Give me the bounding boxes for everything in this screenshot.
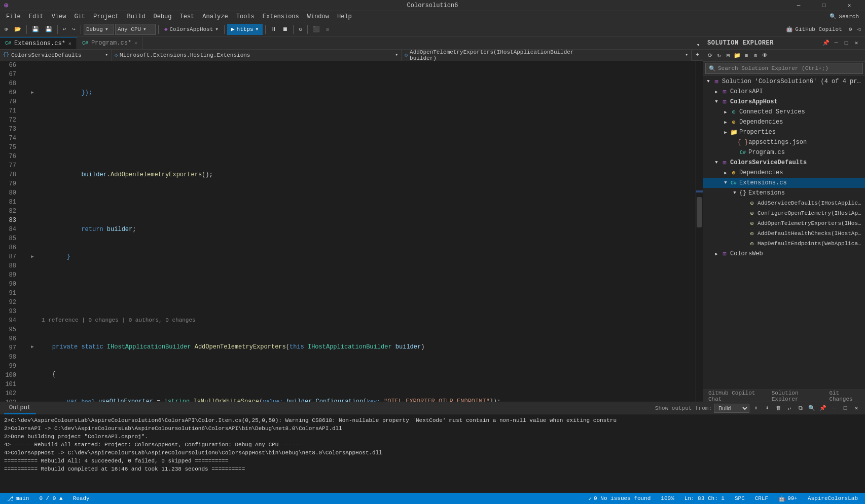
- copilot-extra-btn[interactable]: ◁: [854, 24, 863, 35]
- menu-test[interactable]: Test: [176, 11, 199, 22]
- code-line-76[interactable]: ▶ private static IHostApplicationBuilder…: [27, 342, 696, 352]
- git-branch-item[interactable]: ⎇ main: [4, 493, 32, 504]
- tab-solution-explorer[interactable]: Solution Explorer: [767, 390, 824, 402]
- se-filter-btn[interactable]: ⚙: [751, 51, 760, 60]
- code-line-66[interactable]: ▶ });: [27, 88, 696, 97]
- output-wrap-btn[interactable]: ↵: [785, 404, 794, 413]
- float-se-btn[interactable]: □: [842, 38, 851, 48]
- scroll-thumb[interactable]: [697, 197, 702, 227]
- se-folder-btn[interactable]: 📁: [733, 51, 742, 60]
- line-ending-item[interactable]: CRLF: [752, 493, 771, 504]
- tab-program-cs[interactable]: C# Program.cs* ✕: [77, 37, 143, 49]
- expand-arrow-ext-ns[interactable]: ▼: [731, 188, 739, 198]
- search-button[interactable]: 🔍 GitHub Copilot Search: [825, 13, 863, 20]
- tree-item-extensions-ns[interactable]: ▼ {} Extensions: [703, 188, 865, 198]
- output-copy-btn[interactable]: ⧉: [796, 404, 805, 413]
- tree-item-connected-services[interactable]: ▶ ⊙ Connected Services: [703, 107, 865, 117]
- scope-dropdown[interactable]: {} ColorsServiceDefaults ▾: [0, 50, 112, 61]
- tree-item-dependencies-csd[interactable]: ▶ ⊛ Dependencies: [703, 168, 865, 178]
- tab-extensions-cs[interactable]: C# Extensions.cs* ✕: [0, 37, 77, 49]
- tree-item-colorsweb[interactable]: ▶ ⊞ ColorsWeb: [703, 249, 865, 259]
- se-collapse-btn[interactable]: ⊟: [724, 51, 733, 60]
- start-project-selector[interactable]: ◆ ColorsAppHost ▾: [161, 26, 222, 32]
- tree-item-addotelexporters[interactable]: ⊙ AddOpenTelemetryExporters(IHostApplica…: [703, 218, 865, 228]
- se-tree[interactable]: ▼ ⊞ Solution 'ColorsSolution6' (4 of 4 p…: [703, 75, 865, 390]
- tree-item-colorsapi[interactable]: ▶ ⊞ ColorsAPI: [703, 87, 865, 97]
- save-btn[interactable]: 💾: [29, 24, 42, 35]
- menu-help[interactable]: Help: [333, 11, 356, 22]
- output-pin-btn[interactable]: 📌: [818, 404, 827, 413]
- tree-item-dependencies-apphost[interactable]: ▶ ⊛ Dependencies: [703, 117, 865, 127]
- project-name-item[interactable]: AspireColorsLab: [805, 493, 861, 504]
- no-issues-item[interactable]: ✓ 0 No issues found: [585, 493, 654, 504]
- code-line-77[interactable]: {: [27, 370, 696, 379]
- redo-btn[interactable]: ↪: [69, 24, 78, 35]
- code-line-67[interactable]: [27, 115, 696, 125]
- toolbar-misc-4[interactable]: ⬛: [310, 24, 322, 35]
- add-nav-btn[interactable]: +: [692, 50, 703, 61]
- se-preview-btn[interactable]: 👁: [760, 51, 769, 60]
- toolbar-misc-5[interactable]: ≡: [323, 24, 332, 35]
- output-find-btn[interactable]: 🔍: [807, 404, 816, 413]
- menu-build[interactable]: Build: [123, 11, 149, 22]
- open-file-btn[interactable]: 📂: [12, 24, 24, 35]
- output-float-btn[interactable]: □: [841, 404, 850, 413]
- platform-dropdown[interactable]: Any CPU ▾: [115, 24, 156, 35]
- zoom-item[interactable]: 100%: [658, 493, 677, 504]
- minimize-button[interactable]: ─: [787, 0, 810, 11]
- expand-arrow-solution[interactable]: ▼: [704, 76, 712, 87]
- output-close-btn[interactable]: ✕: [852, 404, 861, 413]
- expand-arrow-csd[interactable]: ▼: [712, 158, 720, 168]
- tree-item-extensions-cs[interactable]: ▼ C# Extensions.cs: [703, 178, 865, 188]
- github-copilot-button[interactable]: 🤖 GitHub Copilot: [782, 26, 846, 32]
- menu-tools[interactable]: Tools: [232, 11, 259, 22]
- tree-item-properties[interactable]: ▶ 📁 Properties: [703, 127, 865, 137]
- code-line-70[interactable]: builder.AddOpenTelemetryExporters();: [27, 170, 696, 179]
- encoding-item[interactable]: SPC: [732, 493, 748, 504]
- tab-close-extensions[interactable]: ✕: [68, 41, 71, 47]
- code-content[interactable]: ▶ }); builder.AddOpenTelemetryExporters(…: [25, 61, 696, 402]
- pin-btn[interactable]: 📌: [821, 38, 831, 48]
- se-search-box[interactable]: 🔍 Search Solution Explorer (Ctrl+;): [705, 63, 863, 74]
- output-scroll-bottom-btn[interactable]: ⬇: [763, 404, 772, 413]
- menu-git[interactable]: Git: [70, 11, 89, 22]
- code-line-71[interactable]: [27, 198, 696, 207]
- se-sync-btn[interactable]: ⟳: [705, 51, 714, 60]
- code-editor[interactable]: 6667686970717273747576777879808182838485…: [0, 61, 703, 402]
- menu-analyze[interactable]: Analyze: [198, 11, 232, 22]
- menu-window[interactable]: Window: [303, 11, 333, 22]
- tree-item-colorsservicedefaults[interactable]: ▼ ⊞ ColorsServiceDefaults: [703, 158, 865, 168]
- code-line-68[interactable]: [27, 143, 696, 152]
- menu-extensions[interactable]: Extensions: [259, 11, 303, 22]
- editor-scrollbar[interactable]: [696, 61, 703, 402]
- tab-git-changes[interactable]: Git Changes: [824, 390, 865, 402]
- tree-item-solution[interactable]: ▼ ⊞ Solution 'ColorsSolution6' (4 of 4 p…: [703, 76, 865, 87]
- member-dropdown[interactable]: ⊙ AddOpenTelemetryExporters(IHostApplica…: [402, 50, 692, 61]
- collapse-se-btn[interactable]: ─: [832, 38, 841, 48]
- output-tab-main[interactable]: Output: [4, 402, 36, 414]
- expand-arrow-apphost[interactable]: ▼: [712, 97, 720, 107]
- tree-item-mapdefaultendpoints[interactable]: ⊙ MapDefaultEndpoints(WebApplication) : …: [703, 239, 865, 249]
- save-all-btn[interactable]: 💾: [43, 24, 55, 35]
- tree-item-colorsapphost[interactable]: ▼ ⊞ ColorsAppHost: [703, 97, 865, 107]
- expand-arrow-cw[interactable]: ▶: [712, 249, 720, 259]
- code-line-74[interactable]: [27, 280, 696, 289]
- tab-copilot-chat[interactable]: GitHub Copilot Chat: [703, 390, 767, 402]
- output-clear-btn[interactable]: 🗑: [774, 404, 783, 413]
- menu-view[interactable]: View: [48, 11, 70, 22]
- code-line-78[interactable]: var bool useOtlpExporter = !string.IsNul…: [27, 397, 696, 402]
- toolbar-misc-3[interactable]: ↻: [296, 24, 305, 35]
- expand-arrow-colorsapi[interactable]: ▶: [712, 87, 720, 97]
- tree-item-configureotel[interactable]: ⊙ ConfigureOpenTelemetry(IHostApplicatio…: [703, 208, 865, 218]
- type-dropdown[interactable]: ◇ Microsoft.Extensions.Hosting.Extension…: [112, 50, 402, 61]
- maximize-button[interactable]: □: [812, 0, 836, 11]
- position-item[interactable]: Ln: 83 Ch: 1: [681, 493, 728, 504]
- undo-btn[interactable]: ↩: [60, 24, 69, 35]
- copilot-settings-btn[interactable]: ⚙: [846, 24, 855, 35]
- code-line-73[interactable]: ▶ }: [27, 252, 696, 261]
- toolbar-misc-1[interactable]: ⏸: [268, 24, 279, 35]
- expand-arrow-connected[interactable]: ▶: [722, 107, 730, 117]
- output-content[interactable]: 2>C:\dev\AspireColoursLab\AspireColourso…: [0, 414, 865, 493]
- tree-item-addhealthchecks[interactable]: ⊙ AddDefaultHealthChecks(IHostApplicatio…: [703, 228, 865, 239]
- expand-arrow-dep-csd[interactable]: ▶: [722, 168, 730, 178]
